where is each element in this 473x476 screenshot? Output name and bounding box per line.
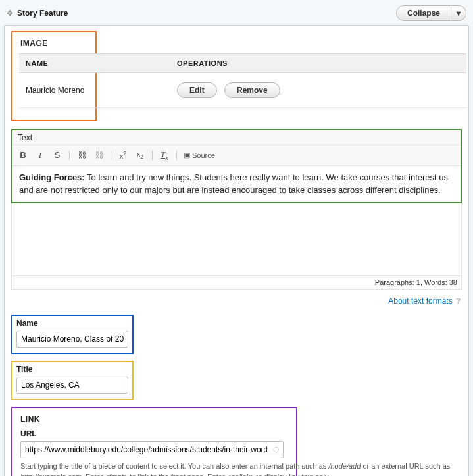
subscript-icon[interactable]: x2: [135, 150, 145, 160]
name-input[interactable]: [16, 331, 128, 348]
editor-footer: Paragraphs: 1, Words: 38: [11, 276, 462, 290]
image-section: IMAGE NAME OPERATIONS Mauricio Moreno Ed…: [11, 31, 97, 121]
text-editor: Text B I S ⛓ ⛓ x2 x2 Tx ▣ Source Guiding…: [11, 129, 462, 203]
edit-button[interactable]: Edit: [177, 82, 217, 98]
url-label: URL: [20, 429, 288, 438]
about-text-formats-link[interactable]: About text formats: [388, 296, 452, 305]
italic-icon[interactable]: I: [35, 150, 45, 161]
link-section: LINK URL ◌ Start typing the title of a p…: [11, 407, 297, 476]
title-field-group: Title: [11, 361, 134, 400]
superscript-icon[interactable]: x2: [118, 150, 128, 160]
title-input[interactable]: [16, 377, 128, 394]
editor-padding: [11, 203, 462, 276]
link-section-label: LINK: [20, 415, 288, 424]
col-name: NAME: [19, 54, 170, 73]
editor-bold-text: Guiding Forces:: [19, 172, 85, 182]
drag-handle-icon[interactable]: ✥: [7, 9, 13, 18]
editor-toolbar: B I S ⛓ ⛓ x2 x2 Tx ▣ Source: [12, 145, 461, 166]
text-editor-label: Text: [12, 130, 461, 145]
url-help-text: Start typing the title of a piece of con…: [20, 461, 468, 476]
collapse-dropdown-button[interactable]: ▾: [451, 5, 466, 21]
image-row-name: Mauricio Moreno: [19, 73, 170, 108]
col-operations: OPERATIONS: [170, 54, 466, 73]
unlink-icon[interactable]: ⛓: [93, 150, 104, 160]
name-label: Name: [16, 319, 128, 328]
table-row: Mauricio Moreno Edit Remove: [19, 73, 466, 108]
collapse-button[interactable]: Collapse: [396, 5, 451, 21]
url-input[interactable]: [20, 441, 284, 458]
title-label: Title: [16, 365, 128, 374]
remove-button[interactable]: Remove: [224, 82, 280, 98]
source-button[interactable]: ▣ Source: [184, 151, 215, 159]
remove-format-icon[interactable]: Tx: [159, 149, 170, 161]
source-icon: ▣: [184, 151, 190, 159]
editor-body[interactable]: Guiding Forces: To learn and try new thi…: [12, 166, 461, 202]
help-icon[interactable]: ❓︎: [456, 296, 461, 305]
loading-icon: ◌: [273, 445, 280, 454]
image-table: NAME OPERATIONS Mauricio Moreno Edit Rem…: [19, 53, 466, 108]
name-field-group: Name: [11, 315, 134, 354]
link-icon[interactable]: ⛓: [76, 150, 87, 160]
image-section-label: IMAGE: [20, 39, 89, 48]
bold-icon[interactable]: B: [18, 150, 28, 160]
strike-icon[interactable]: S: [52, 150, 62, 160]
panel-title: Story Feature: [17, 9, 396, 18]
